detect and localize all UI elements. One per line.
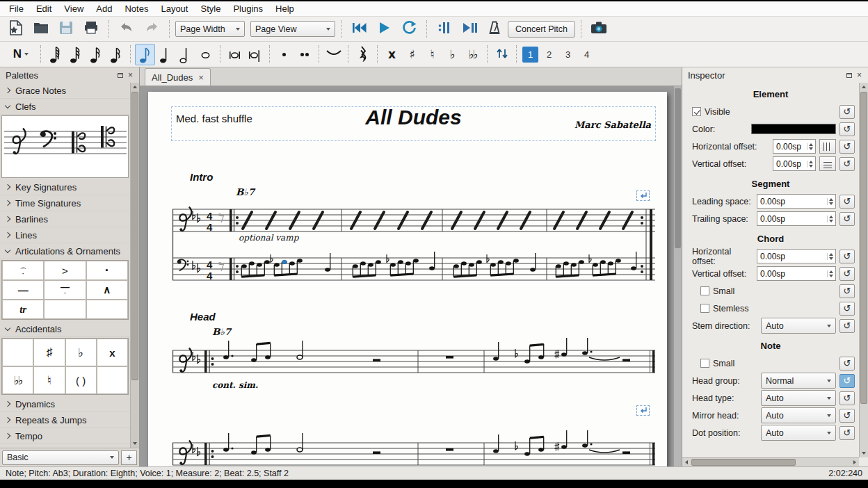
scroll-down-arrow[interactable] — [860, 449, 868, 457]
scroll-left-arrow[interactable] — [682, 458, 691, 466]
chord-symbol[interactable]: B♭7 — [212, 326, 231, 337]
note-16th-button[interactable] — [106, 44, 126, 65]
voice-1-button[interactable]: 1 — [522, 47, 538, 63]
rest-button[interactable] — [353, 44, 373, 65]
spin-down-icon[interactable] — [809, 165, 813, 168]
accent-cell[interactable]: > — [44, 261, 86, 280]
inspector-float-button[interactable] — [844, 70, 854, 81]
system-break-icon[interactable] — [636, 405, 650, 416]
note-whole-button[interactable] — [195, 44, 216, 65]
score-page[interactable]: 4 4 4 4 — [148, 92, 667, 466]
scrollbar-thumb[interactable] — [675, 88, 681, 248]
palette-item-key-signatures[interactable]: Key Signatures — [0, 179, 130, 195]
score-canvas[interactable]: 4 4 4 4 — [148, 92, 667, 466]
palette-item-articulations[interactable]: Articulations & Ornaments — [0, 243, 130, 259]
score-scrollbar[interactable] — [673, 86, 682, 466]
system-1[interactable]: 4 4 4 4 — [172, 207, 655, 282]
rehearsal-mark-head[interactable]: Head — [190, 311, 216, 323]
element-hoffset-spinner[interactable]: 0.00sp — [773, 139, 816, 154]
reset-visible-button[interactable]: ↺ — [839, 105, 855, 119]
empty-cell[interactable] — [44, 300, 86, 319]
palettes-float-button[interactable] — [115, 70, 125, 81]
voice-3-button[interactable]: 3 — [560, 47, 576, 63]
palette-item-accidentals[interactable]: Accidentals — [0, 321, 130, 337]
note-32nd-button[interactable] — [86, 44, 106, 65]
spin-up-icon[interactable] — [809, 161, 813, 163]
note-eighth-button-selected[interactable] — [135, 44, 155, 65]
menu-edit[interactable]: Edit — [30, 1, 58, 16]
palettes-scrollbar[interactable] — [130, 83, 139, 448]
reset-trailing-space-button[interactable]: ↺ — [839, 212, 855, 226]
dot-position-select[interactable]: Auto — [761, 425, 836, 441]
augmentation-dot-button[interactable] — [274, 44, 294, 65]
stemless-checkbox[interactable] — [700, 304, 709, 313]
reset-chord-voffset-button[interactable]: ↺ — [839, 267, 855, 281]
chord-hoffset-spinner[interactable]: 0.00sp — [757, 249, 836, 263]
mirror-head-select[interactable]: Auto — [761, 407, 836, 423]
reset-leading-space-button[interactable]: ↺ — [839, 195, 855, 209]
note-breve-button[interactable] — [225, 44, 245, 65]
palette-item-time-signatures[interactable]: Time Signatures — [0, 195, 130, 211]
scrollbar-thumb[interactable] — [691, 459, 796, 466]
chord-voffset-spinner[interactable]: 0.00sp — [757, 266, 836, 281]
reset-mirror-head-button[interactable]: ↺ — [839, 409, 855, 423]
double-flat-cell[interactable]: ♭♭ — [2, 366, 33, 394]
empty-cell[interactable] — [86, 300, 128, 319]
flat-button[interactable]: ♭ — [442, 44, 463, 65]
scroll-up-arrow[interactable] — [131, 83, 139, 91]
reset-element-hoffset-button[interactable]: ↺ — [839, 140, 855, 154]
spin-down-icon[interactable] — [829, 202, 833, 205]
scroll-right-arrow[interactable] — [851, 458, 859, 466]
system-3[interactable] — [172, 430, 655, 465]
palette-item-clefs[interactable]: Clefs — [0, 99, 130, 115]
trailing-space-spinner[interactable]: 0.00sp — [757, 211, 836, 226]
marcato-cell[interactable]: ∧ — [86, 280, 128, 300]
voice-4-button[interactable]: 4 — [579, 47, 595, 63]
system-2[interactable] — [172, 338, 655, 373]
menu-help[interactable]: Help — [269, 1, 300, 16]
reset-stem-direction-button[interactable]: ↺ — [839, 319, 855, 333]
menu-add[interactable]: Add — [90, 1, 118, 16]
scrollbar-thumb[interactable] — [131, 92, 138, 380]
head-type-select[interactable]: Auto — [761, 390, 836, 406]
inspector-hscrollbar[interactable] — [682, 457, 859, 466]
palette-item-repeats-jumps[interactable]: Repeats & Jumps — [0, 412, 130, 428]
image-capture-button[interactable] — [587, 19, 611, 40]
fermata-cell[interactable]: ⌢· — [2, 261, 44, 280]
stem-direction-select[interactable]: Auto — [761, 318, 836, 334]
note-quarter-button[interactable] — [155, 44, 175, 65]
empty-cell[interactable] — [97, 366, 128, 394]
metronome-button[interactable] — [483, 19, 506, 40]
menu-layout[interactable]: Layout — [154, 1, 194, 16]
scroll-down-arrow[interactable] — [131, 439, 139, 448]
reset-dot-position-button[interactable]: ↺ — [839, 426, 855, 440]
spin-down-icon[interactable] — [829, 275, 833, 277]
spin-up-icon[interactable] — [829, 198, 833, 201]
spin-up-icon[interactable] — [829, 270, 833, 273]
palette-item-lines[interactable]: Lines — [0, 227, 130, 243]
score-area[interactable]: 4 4 4 4 — [140, 86, 682, 466]
open-button[interactable] — [29, 19, 53, 40]
note-128th-button[interactable] — [45, 44, 65, 65]
loure-cell[interactable]: —· — [44, 280, 86, 300]
palette-item-barlines[interactable]: Barlines — [0, 211, 130, 227]
vamp-text[interactable]: optional vamp — [239, 233, 298, 243]
scrollbar-thumb[interactable] — [860, 92, 867, 404]
pan-playback-button[interactable] — [458, 19, 481, 40]
note-64th-button[interactable] — [65, 44, 86, 65]
menu-notes[interactable]: Notes — [118, 1, 154, 16]
selected-note[interactable] — [282, 260, 287, 264]
inspector-close-button[interactable]: × — [854, 70, 865, 81]
reset-chord-hoffset-button[interactable]: ↺ — [839, 250, 855, 263]
new-score-button[interactable] — [4, 19, 28, 40]
view-mode-select[interactable]: Page View — [250, 21, 335, 37]
parentheses-cell[interactable]: ( ) — [65, 366, 97, 394]
spin-down-icon[interactable] — [829, 220, 833, 222]
leading-space-spinner[interactable]: 0.00sp — [757, 194, 836, 209]
repeat-playback-button[interactable] — [433, 19, 456, 40]
tie-button[interactable] — [323, 44, 344, 65]
loop-playback-button[interactable] — [397, 19, 421, 40]
palette-item-tempo[interactable]: Tempo — [0, 428, 130, 444]
palette-item-grace-notes[interactable]: Grace Notes — [0, 83, 130, 99]
chord-small-checkbox[interactable] — [700, 286, 709, 295]
